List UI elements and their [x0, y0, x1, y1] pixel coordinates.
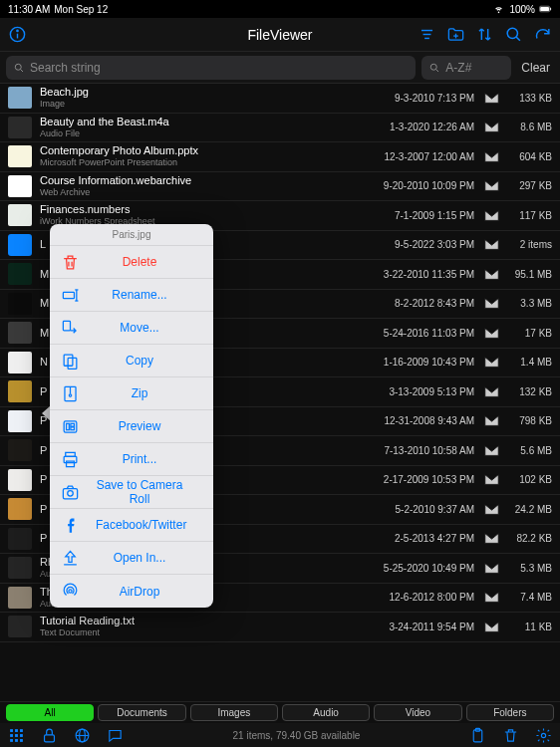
- search-placeholder: Search string: [30, 61, 101, 75]
- tab-all[interactable]: All: [6, 704, 94, 721]
- svg-line-14: [21, 69, 24, 72]
- print-icon: [60, 450, 80, 469]
- mail-icon[interactable]: [482, 298, 500, 309]
- tab-video[interactable]: Video: [374, 704, 461, 721]
- svg-rect-25: [20, 739, 23, 742]
- preview-icon: [60, 417, 80, 436]
- battery-percent: 100%: [509, 4, 535, 15]
- file-row[interactable]: Course Information.webarchiveWeb Archive…: [0, 172, 560, 202]
- gear-icon[interactable]: [535, 727, 552, 744]
- paste-icon[interactable]: [469, 727, 486, 744]
- file-name: Contemporary Photo Album.pptx: [40, 144, 367, 157]
- search-glass-icon: [13, 62, 25, 74]
- file-row[interactable]: Beauty and the Beast.m4aAudio File1-3-20…: [0, 114, 560, 143]
- mail-icon[interactable]: [482, 210, 500, 221]
- file-thumbnail: [8, 145, 32, 167]
- file-row[interactable]: Tutorial Reading.txtText Document3-24-20…: [0, 613, 560, 642]
- ctx-social[interactable]: Facebook/Twitter: [50, 509, 213, 542]
- new-folder-icon[interactable]: [446, 25, 465, 44]
- mail-icon[interactable]: [482, 474, 500, 485]
- file-date: 7-1-2009 1:15 PM: [375, 210, 474, 221]
- mail-icon[interactable]: [482, 239, 500, 250]
- mail-icon[interactable]: [482, 504, 500, 515]
- file-name: Tutorial Reading.txt: [40, 615, 367, 627]
- mail-icon[interactable]: [482, 180, 500, 191]
- mail-icon[interactable]: [482, 93, 500, 104]
- status-date: Mon Sep 12: [54, 4, 108, 15]
- ctx-move[interactable]: Move...: [50, 312, 213, 345]
- svg-point-42: [69, 393, 71, 395]
- file-date: 7-13-2010 10:58 AM: [375, 445, 474, 456]
- mail-icon[interactable]: [482, 415, 500, 426]
- ctx-camera[interactable]: Save to Camera Roll: [50, 476, 213, 509]
- file-thumbnail: [8, 263, 32, 285]
- mail-icon[interactable]: [482, 445, 500, 456]
- search-icon[interactable]: [504, 25, 523, 44]
- sort-icon[interactable]: [475, 25, 494, 44]
- mail-icon[interactable]: [482, 151, 500, 162]
- ctx-preview[interactable]: Preview: [50, 410, 213, 443]
- trash-toolbar-icon[interactable]: [502, 727, 519, 744]
- filter-icon[interactable]: [418, 25, 436, 44]
- file-thumbnail: [8, 175, 32, 197]
- chat-icon[interactable]: [107, 727, 124, 744]
- file-type: Image: [40, 99, 367, 110]
- ctx-label: Rename...: [96, 288, 203, 302]
- file-size: 24.2 MB: [508, 504, 552, 515]
- lock-icon[interactable]: [41, 727, 58, 744]
- file-size: 95.1 MB: [508, 269, 552, 280]
- file-row[interactable]: Beach.jpgImage9-3-2010 7:13 PM133 KB: [0, 84, 560, 114]
- ctx-rename[interactable]: Rename...: [50, 279, 213, 312]
- ctx-openin[interactable]: Open In...: [50, 542, 213, 575]
- file-date: 1-3-2020 12:26 AM: [375, 122, 474, 132]
- tab-audio[interactable]: Audio: [282, 704, 370, 721]
- clear-button[interactable]: Clear: [517, 61, 554, 75]
- ctx-trash[interactable]: Delete: [50, 246, 213, 279]
- mail-icon[interactable]: [482, 328, 500, 339]
- ctx-airdrop[interactable]: AirDrop: [50, 575, 213, 608]
- file-info: Tutorial Reading.txtText Document: [40, 615, 367, 638]
- mail-icon[interactable]: [482, 269, 500, 280]
- svg-rect-33: [63, 292, 74, 298]
- tab-documents[interactable]: Documents: [98, 704, 185, 721]
- mail-icon[interactable]: [482, 533, 500, 544]
- file-date: 1-16-2009 10:43 PM: [375, 357, 474, 368]
- svg-rect-26: [45, 734, 55, 741]
- filter-glass-icon: [428, 62, 440, 74]
- filter-input[interactable]: A-Z#: [421, 56, 511, 80]
- file-row[interactable]: Contemporary Photo Album.pptxMicrosoft P…: [0, 142, 560, 172]
- file-type: Web Archive: [40, 187, 367, 198]
- svg-point-32: [541, 733, 545, 737]
- globe-icon[interactable]: [74, 727, 91, 744]
- zip-icon: [60, 384, 80, 403]
- mail-icon[interactable]: [482, 386, 500, 397]
- search-input[interactable]: Search string: [6, 56, 416, 80]
- ctx-label: AirDrop: [96, 585, 203, 599]
- svg-rect-2: [550, 8, 551, 11]
- ctx-zip[interactable]: Zip: [50, 377, 213, 410]
- svg-line-16: [436, 69, 439, 72]
- wifi-icon: [492, 4, 505, 14]
- file-date: 3-13-2009 5:13 PM: [375, 386, 474, 397]
- mail-icon[interactable]: [482, 563, 500, 574]
- svg-rect-37: [63, 321, 70, 331]
- tab-images[interactable]: Images: [190, 704, 278, 721]
- file-thumbnail: [8, 587, 32, 609]
- file-date: 8-2-2012 8:43 PM: [375, 298, 474, 309]
- mail-icon[interactable]: [482, 622, 500, 632]
- refresh-icon[interactable]: [533, 25, 552, 44]
- grid-view-icon[interactable]: [8, 727, 25, 744]
- svg-point-52: [68, 590, 71, 593]
- mail-icon[interactable]: [482, 357, 500, 368]
- ctx-copy[interactable]: Copy: [50, 345, 213, 377]
- mail-icon[interactable]: [482, 592, 500, 603]
- file-info: Beach.jpgImage: [40, 86, 367, 110]
- tab-folders[interactable]: Folders: [466, 704, 554, 721]
- mail-icon[interactable]: [482, 122, 500, 132]
- svg-point-13: [15, 64, 21, 70]
- file-size: 1.4 MB: [508, 357, 552, 368]
- svg-rect-1: [540, 7, 549, 11]
- ctx-print[interactable]: Print...: [50, 443, 213, 476]
- svg-rect-23: [10, 739, 13, 742]
- file-thumbnail: [8, 616, 32, 637]
